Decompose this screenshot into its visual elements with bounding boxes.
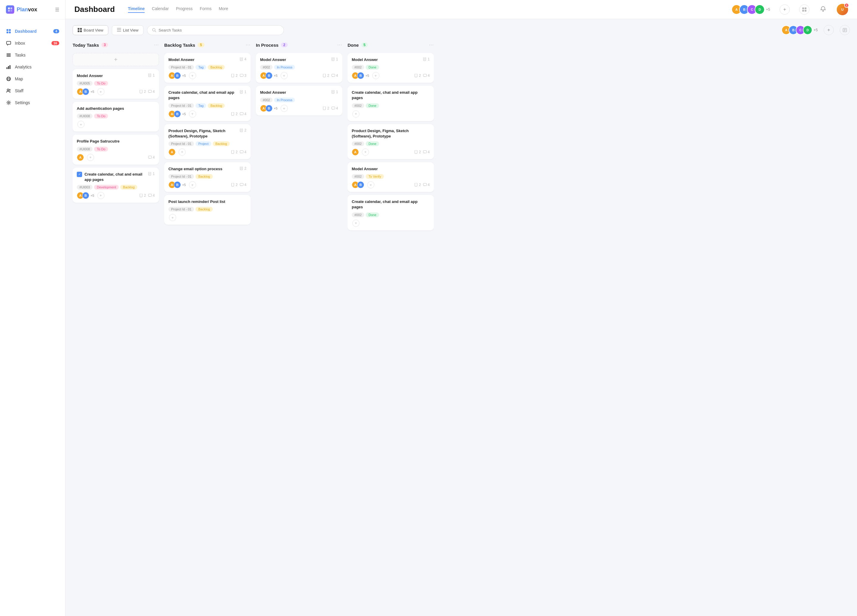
list-view-button[interactable]: List View (112, 25, 144, 35)
card-avatar: B (357, 181, 364, 188)
card-add-button[interactable]: + (352, 110, 359, 118)
card-meta: 24 (231, 183, 246, 187)
card-add-button[interactable]: + (87, 154, 94, 161)
sidebar-item-analytics[interactable]: Analytics (0, 61, 65, 73)
sidebar-item-staff[interactable]: Staff (0, 85, 65, 97)
column-menu-button[interactable]: ··· (154, 42, 159, 48)
card-avatars: A (77, 154, 84, 161)
card-add-button[interactable]: + (352, 220, 359, 227)
card-add-button[interactable]: + (178, 149, 186, 156)
card-add-button[interactable]: + (189, 181, 196, 188)
sidebar-item-dashboard[interactable]: Dashboard 4 (0, 25, 65, 37)
header-nav-calendar[interactable]: Calendar (152, 6, 169, 13)
header-nav-forms[interactable]: Forms (200, 6, 212, 13)
card-add-button[interactable]: + (281, 105, 288, 112)
sidebar-item-settings[interactable]: Settings (0, 97, 65, 108)
card-tags: #UI008To Do (77, 147, 155, 152)
card-doc-count: 1 (240, 90, 246, 94)
card-footer: A+4 (77, 154, 155, 161)
column-menu-button[interactable]: ··· (246, 42, 251, 48)
task-card[interactable]: Model Answer 1 #UI005To Do AB+5+24 (73, 69, 159, 99)
add-member-button[interactable]: + (780, 5, 790, 15)
card-add-button[interactable]: + (372, 72, 379, 79)
card-title: Product Design, Figma, Sketch (Software)… (352, 128, 430, 139)
notification-button[interactable] (820, 6, 826, 13)
task-card[interactable]: Model Answer #002To Verify AB+24 (348, 162, 434, 192)
card-avatar: B (174, 72, 181, 79)
filter-button[interactable] (840, 25, 850, 35)
card-meta: 24 (415, 150, 430, 154)
sidebar-item-tasks[interactable]: Tasks (0, 49, 65, 61)
card-tag: Project Id - 01 (169, 174, 194, 179)
svg-rect-56 (232, 74, 234, 77)
header-nav-progress[interactable]: Progress (176, 6, 193, 13)
svg-rect-14 (9, 65, 11, 69)
card-add-button[interactable]: + (189, 72, 196, 79)
card-add-button[interactable]: + (97, 88, 104, 95)
search-box (147, 25, 284, 35)
card-tag: In Process (274, 98, 295, 102)
svg-rect-6 (6, 31, 8, 33)
column-menu-button[interactable]: ··· (337, 42, 342, 48)
svg-rect-96 (415, 183, 417, 186)
task-card[interactable]: Create calendar, chat and email app page… (348, 195, 434, 230)
card-add-button[interactable]: + (281, 72, 288, 79)
card-header: Change email option process 2 (169, 166, 246, 172)
card-header: Model Answer 1 (260, 90, 338, 95)
toolbar-avatars-extra: +5 (814, 28, 818, 32)
task-card[interactable]: ✓ Create calendar, chat and email app pa… (73, 167, 159, 203)
header-nav-timeline[interactable]: Timeline (128, 6, 145, 13)
card-add-button[interactable]: + (362, 149, 369, 156)
card-avatars-extra: +5 (182, 183, 186, 187)
card-title: Create calendar, chat and email app page… (352, 199, 430, 210)
card-add-button[interactable]: + (189, 110, 196, 118)
svg-point-20 (8, 102, 9, 104)
card-meta: 24 (323, 73, 338, 78)
hamburger-icon[interactable]: ☰ (55, 7, 59, 12)
grid-view-icon[interactable] (799, 5, 809, 15)
card-footer: AB+5+24 (169, 110, 246, 118)
column-count: 3 (102, 43, 108, 47)
card-avatars-extra: +5 (90, 194, 94, 197)
task-card[interactable]: Change email option process 2 Project Id… (164, 162, 251, 192)
column-cards-done: Model Answer 1 #002Done AB+5+24 Create c… (348, 53, 434, 610)
card-add-button[interactable]: + (97, 192, 104, 199)
add-task-button[interactable]: + (824, 25, 834, 35)
card-title: Profile Page Satrucutre (77, 139, 155, 144)
add-task-button[interactable]: + (73, 53, 159, 66)
task-card[interactable]: Create calendar, chat and email app page… (348, 86, 434, 121)
sidebar-item-label: Inbox (15, 41, 48, 45)
card-avatars: AB+5 (260, 105, 278, 112)
card-meta-docs: 2 (231, 112, 238, 116)
search-input[interactable] (159, 28, 279, 33)
task-card[interactable]: Model Answer 1 #002Done AB+5+24 (348, 53, 434, 83)
column-header-done: Done 5 ··· (348, 41, 434, 50)
card-add-button[interactable]: + (169, 214, 176, 221)
task-card[interactable]: Model Answer 1 #002In Process AB+5+24 (256, 53, 342, 83)
task-card[interactable]: Product Design, Figma, Sketch (Software)… (164, 124, 251, 159)
task-card[interactable]: Profile Page Satrucutre #UI008To Do A+4 (73, 135, 159, 164)
sidebar-item-inbox[interactable]: Inbox 16 (0, 37, 65, 49)
task-card[interactable]: Post launch reminder/ Post list Project … (164, 195, 251, 225)
card-add-button[interactable]: + (77, 121, 85, 128)
user-avatar[interactable]: U 2 (837, 4, 848, 15)
task-card[interactable]: Product Design, Figma, Sketch (Software)… (348, 124, 434, 159)
card-checkbox[interactable]: ✓ (77, 172, 82, 177)
header-nav-more[interactable]: More (219, 6, 228, 13)
task-card[interactable]: Model Answer 4 Project Id - 01TagBacklog… (164, 53, 251, 83)
task-card[interactable]: Model Answer 1 #002In Process AB+5+24 (256, 86, 342, 116)
svg-rect-94 (415, 150, 417, 153)
card-tag: Project Id - 01 (169, 65, 194, 70)
card-title: Create calendar, chat and email app page… (352, 90, 430, 101)
board-view-button[interactable]: Board View (73, 25, 108, 35)
card-footer: AB+5+24 (260, 72, 338, 79)
card-add-button[interactable]: + (367, 181, 374, 188)
column-menu-button[interactable]: ··· (429, 42, 434, 48)
card-header: Create calendar, chat and email app page… (169, 90, 246, 101)
toolbar-avatar: D (803, 25, 812, 35)
task-card[interactable]: Create calendar, chat and email app page… (164, 86, 251, 121)
card-tag: Backlog (195, 174, 212, 179)
sidebar-item-map[interactable]: Map (0, 73, 65, 85)
task-card[interactable]: Add authentication pages #UI008To Do + (73, 102, 159, 132)
card-meta-msgs: 4 (423, 183, 430, 187)
